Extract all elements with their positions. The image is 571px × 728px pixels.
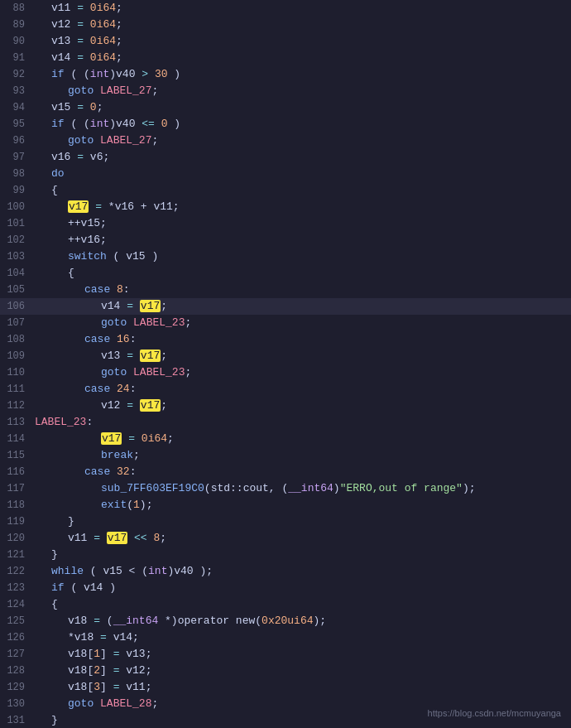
code-line: 113 LABEL_23: (0, 414, 571, 431)
line-content: while ( v15 < (int)v40 ); (31, 563, 571, 580)
line-content: case 24: (31, 381, 571, 398)
line-number: 115 (0, 447, 31, 464)
line-content: goto LABEL_27; (31, 133, 571, 149)
line-number: 104 (0, 265, 31, 282)
code-line: 117 sub_7FF603EF19C0(std::cout, (__int64… (0, 480, 571, 497)
code-line: 126 *v18 = v14; (0, 629, 571, 646)
line-content: case 16: (31, 331, 571, 348)
line-content: switch ( v15 ) (31, 248, 571, 265)
line-content: v17 = *v16 + v11; (31, 199, 571, 215)
line-content: v17 = 0i64; (31, 431, 571, 447)
line-content: v18[2] = v12; (31, 663, 571, 679)
line-content: v13 = v17; (31, 348, 571, 364)
code-line: 124 { (0, 596, 571, 613)
line-content: v11 = v17 << 8; (31, 530, 571, 547)
line-number: 106 (0, 298, 31, 315)
line-content: break; (31, 447, 571, 464)
code-line: 95 if ( (int)v40 <= 0 ) (0, 116, 571, 133)
line-number: 130 (0, 696, 31, 712)
line-content: ++v15; (31, 215, 571, 232)
line-number: 127 (0, 646, 31, 663)
line-content: v18[1] = v13; (31, 646, 571, 663)
line-number: 96 (0, 133, 31, 149)
line-number: 90 (0, 33, 31, 50)
line-content: v15 = 0; (31, 99, 571, 116)
code-line: 128 v18[2] = v12; (0, 663, 571, 679)
code-line: 123 if ( v14 ) (0, 580, 571, 596)
line-content: do (31, 166, 571, 182)
line-content: sub_7FF603EF19C0(std::cout, (__int64)"ER… (31, 480, 571, 497)
line-number: 129 (0, 679, 31, 696)
line-content: v18 = (__int64 *)operator new(0x20ui64); (31, 613, 571, 629)
code-line: 96 goto LABEL_27; (0, 133, 571, 149)
code-line: 110 goto LABEL_23; (0, 364, 571, 381)
line-number: 119 (0, 513, 31, 530)
line-content: v16 = v6; (31, 149, 571, 166)
line-number: 122 (0, 563, 31, 580)
line-content: } (31, 513, 571, 530)
line-number: 109 (0, 348, 31, 364)
line-content: goto LABEL_27; (31, 83, 571, 99)
code-line: 122 while ( v15 < (int)v40 ); (0, 563, 571, 580)
line-content: v12 = 0i64; (31, 17, 571, 33)
line-content: v14 = 0i64; (31, 50, 571, 66)
line-number: 128 (0, 663, 31, 679)
line-content: { (31, 596, 571, 613)
line-number: 124 (0, 596, 31, 613)
line-number: 131 (0, 712, 31, 728)
line-number: 103 (0, 248, 31, 265)
code-line: 107 goto LABEL_23; (0, 315, 571, 331)
line-content: goto LABEL_23; (31, 315, 571, 331)
code-line: 88 v11 = 0i64; (0, 0, 571, 17)
code-line: 97 v16 = v6; (0, 149, 571, 166)
code-line: 101 ++v15; (0, 215, 571, 232)
line-number: 100 (0, 199, 31, 215)
code-line: 108 case 16: (0, 331, 571, 348)
line-number: 102 (0, 232, 31, 248)
code-line: 119 } (0, 513, 571, 530)
code-line: 129 v18[3] = v11; (0, 679, 571, 696)
line-number: 120 (0, 530, 31, 547)
line-content: v12 = v17; (31, 398, 571, 414)
code-line: 89 v12 = 0i64; (0, 17, 571, 33)
line-number: 108 (0, 331, 31, 348)
line-number: 123 (0, 580, 31, 596)
code-line: 104 { (0, 265, 571, 282)
code-line: 91 v14 = 0i64; (0, 50, 571, 66)
line-number: 114 (0, 431, 31, 447)
code-line: 114 v17 = 0i64; (0, 431, 571, 447)
code-line: 98 do (0, 166, 571, 182)
watermark: https://blog.csdn.net/mcmuyanga (428, 705, 561, 721)
line-content: LABEL_23: (31, 414, 571, 431)
code-line: 93 goto LABEL_27; (0, 83, 571, 99)
line-number: 89 (0, 17, 31, 33)
line-content: v14 = v17; (31, 298, 571, 315)
line-content: exit(1); (31, 497, 571, 513)
code-line: 106 v14 = v17; (0, 298, 571, 315)
line-number: 97 (0, 149, 31, 166)
line-number: 88 (0, 0, 31, 17)
code-line: 100 v17 = *v16 + v11; (0, 199, 571, 215)
code-line: 127 v18[1] = v13; (0, 646, 571, 663)
code-line: 109 v13 = v17; (0, 348, 571, 364)
line-number: 98 (0, 166, 31, 182)
line-number: 94 (0, 99, 31, 116)
line-content: if ( v14 ) (31, 580, 571, 596)
code-line: 102 ++v16; (0, 232, 571, 248)
code-line: 99 { (0, 182, 571, 199)
line-number: 111 (0, 381, 31, 398)
line-content: v11 = 0i64; (31, 0, 571, 17)
code-line: 92 if ( (int)v40 > 30 ) (0, 66, 571, 83)
code-line: 112 v12 = v17; (0, 398, 571, 414)
line-number: 125 (0, 613, 31, 629)
line-content: { (31, 182, 571, 199)
line-number: 112 (0, 398, 31, 414)
line-number: 116 (0, 464, 31, 480)
line-content: if ( (int)v40 > 30 ) (31, 66, 571, 83)
code-line: 94 v15 = 0; (0, 99, 571, 116)
line-number: 101 (0, 215, 31, 232)
line-content: ++v16; (31, 232, 571, 248)
code-line: 120 v11 = v17 << 8; (0, 530, 571, 547)
code-line: 103 switch ( v15 ) (0, 248, 571, 265)
line-number: 118 (0, 497, 31, 513)
